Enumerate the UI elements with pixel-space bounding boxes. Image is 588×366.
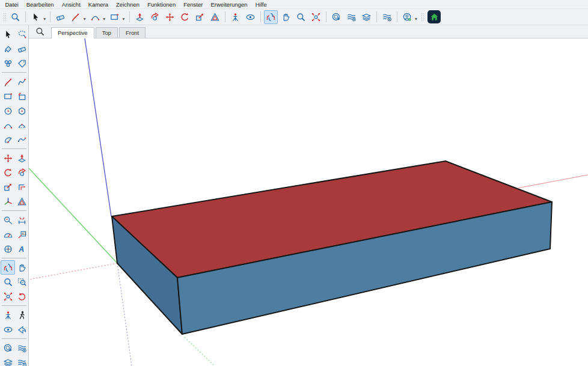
extension-install-button[interactable] <box>329 10 343 24</box>
arc-tool-button[interactable] <box>88 10 102 24</box>
tab-top[interactable]: Top <box>96 27 118 38</box>
select-tool-button[interactable] <box>29 10 43 24</box>
sidebar-follow-me-tool-button[interactable] <box>14 165 29 180</box>
sidebar-component-tool-button[interactable] <box>1 56 15 70</box>
sidebar-threed-text-tool-button[interactable]: A <box>14 242 29 256</box>
orbit-tool-button[interactable] <box>264 10 278 24</box>
menu-hilfe[interactable]: Hilfe <box>251 1 271 8</box>
sidebar-axes-tool-button[interactable] <box>1 194 15 209</box>
offset-tool-button[interactable] <box>208 10 222 24</box>
sidebar-zoom-extents-tool-button[interactable] <box>1 289 15 303</box>
sidebar-rotate-tool-button[interactable] <box>1 165 15 180</box>
sidebar-paint-bucket-tool-button[interactable] <box>1 41 15 56</box>
layers-cloud-button[interactable] <box>360 10 373 24</box>
sidebar-rectangle-tool-button[interactable] <box>1 89 15 103</box>
toolbar-separator <box>397 11 397 22</box>
rectangle-tool-button[interactable] <box>108 10 121 24</box>
scene-zoom-icon[interactable] <box>35 26 45 37</box>
sidebar-zoom-tool-button[interactable] <box>1 275 15 289</box>
sidebar-walk-tool-button[interactable] <box>14 308 29 322</box>
zoom-tool-secondary-button[interactable] <box>294 10 308 24</box>
sidebar-eraser-tool-button[interactable] <box>14 41 29 56</box>
sidebar-section-plane-tool-button[interactable] <box>1 242 15 256</box>
chevron-down-icon[interactable]: ▼ <box>121 17 125 21</box>
zoom-extents-tool-button[interactable] <box>309 10 323 24</box>
tab-perspective[interactable]: Perspective <box>51 27 94 38</box>
menu-datei[interactable]: Datei <box>1 1 22 8</box>
sidebar-pie-tool-button[interactable] <box>1 132 15 147</box>
menu-bearbeiten[interactable]: Bearbeiten <box>22 1 58 8</box>
toolbar-grip-handle[interactable] <box>421 12 424 22</box>
rotate-tool-button[interactable] <box>178 10 192 24</box>
polygon-icon <box>17 106 27 116</box>
sidebar-lasso-select-tool-button[interactable] <box>14 27 29 41</box>
sidebar-look-around-tool-button[interactable] <box>1 322 15 337</box>
sidebar-separator <box>1 147 28 151</box>
sidebar-protractor-tool-button[interactable] <box>14 194 29 209</box>
scale-tool-button[interactable] <box>193 10 207 24</box>
select-icon <box>31 12 41 22</box>
sidebar-pan-tool-button[interactable] <box>14 260 29 275</box>
tab-front[interactable]: Front <box>119 27 145 38</box>
chevron-down-icon[interactable]: ▼ <box>43 17 46 21</box>
zoom-tool-button[interactable] <box>8 10 22 24</box>
rotate-icon <box>180 12 190 22</box>
sidebar-polygon-tool-button[interactable] <box>14 103 29 118</box>
sketchup-home-button[interactable] <box>427 10 441 23</box>
sidebar-scale-tool-button[interactable] <box>1 180 15 194</box>
drawing-canvas[interactable] <box>29 38 588 366</box>
sidebar-protractor-tool-2-button[interactable] <box>1 227 15 242</box>
pan-tool-button[interactable] <box>279 10 293 24</box>
toolbar-grip-handle[interactable] <box>3 12 6 22</box>
menu-funktionen[interactable]: Funktionen <box>144 1 180 8</box>
sidebar-move-tool-button[interactable] <box>1 151 15 165</box>
sidebar-rotated-rectangle-tool-button[interactable] <box>14 89 29 103</box>
sidebar-orbit-tool-button[interactable] <box>1 260 15 275</box>
chevron-down-icon[interactable]: ▼ <box>82 17 86 21</box>
blue-axis-solid <box>85 38 111 216</box>
menu-kamera[interactable]: Kamera <box>84 1 112 8</box>
sidebar-position-camera-tool-button[interactable] <box>1 308 15 322</box>
sidebar-slicer-settings-button[interactable] <box>14 355 29 366</box>
sidebar-dimension-tool-button[interactable] <box>14 213 29 227</box>
sidebar-two-point-arc-tool-button[interactable] <box>14 118 29 132</box>
sidebar-select-tool-button[interactable] <box>1 27 15 41</box>
select-icon <box>3 29 13 40</box>
line-tool-button[interactable] <box>69 10 82 24</box>
menu-ansicht[interactable]: Ansicht <box>58 1 84 8</box>
account-icon <box>402 12 412 22</box>
account-button[interactable] <box>400 10 414 24</box>
sidebar-circle-tool-button[interactable] <box>1 103 15 118</box>
sidebar-tag-tool-button[interactable] <box>14 56 29 70</box>
sidebar-push-pull-tool-button[interactable] <box>14 151 29 165</box>
sidebar-tape-measure-tool-button[interactable] <box>1 213 15 227</box>
slicer-export-button[interactable] <box>345 10 358 24</box>
chevron-down-icon[interactable]: ▼ <box>102 17 106 21</box>
sidebar-slicer-export-button[interactable] <box>14 341 29 355</box>
chevron-down-icon[interactable]: ▼ <box>414 17 418 21</box>
eraser-tool-button[interactable] <box>54 10 67 24</box>
sidebar-arc-tool-button[interactable] <box>1 118 15 132</box>
follow-me-tool-button[interactable] <box>148 10 162 24</box>
look-around-tool-button[interactable] <box>243 10 257 24</box>
model-viewport[interactable] <box>29 38 588 366</box>
sidebar-line-tool-button[interactable] <box>1 75 15 89</box>
sidebar-freehand-tool-button[interactable] <box>14 75 29 89</box>
red-axis-dotted <box>29 263 117 279</box>
menu-erweiterungen[interactable]: Erweiterungen <box>207 1 251 8</box>
sidebar-section-view-tool-button[interactable] <box>14 322 29 337</box>
menu-fenster[interactable]: Fenster <box>180 1 207 8</box>
sidebar-offset-tool-button[interactable] <box>14 180 29 194</box>
sidebar-text-tool-button[interactable]: A1 <box>14 227 29 242</box>
textA1-icon: A1 <box>17 230 27 240</box>
position-camera-tool-button[interactable] <box>228 10 242 24</box>
sidebar-layers-cloud-button[interactable] <box>1 355 15 366</box>
slicer-settings-button[interactable] <box>380 10 394 24</box>
push-pull-tool-button[interactable] <box>133 10 147 24</box>
sidebar-extension-install-button[interactable] <box>1 341 15 355</box>
sidebar-three-point-arc-tool-button[interactable] <box>14 132 29 147</box>
menu-zeichnen[interactable]: Zeichnen <box>112 1 144 8</box>
sidebar-zoom-window-tool-button[interactable] <box>14 275 29 289</box>
sidebar-previous-view-tool-button[interactable] <box>14 289 29 303</box>
move-tool-button[interactable] <box>163 10 177 24</box>
